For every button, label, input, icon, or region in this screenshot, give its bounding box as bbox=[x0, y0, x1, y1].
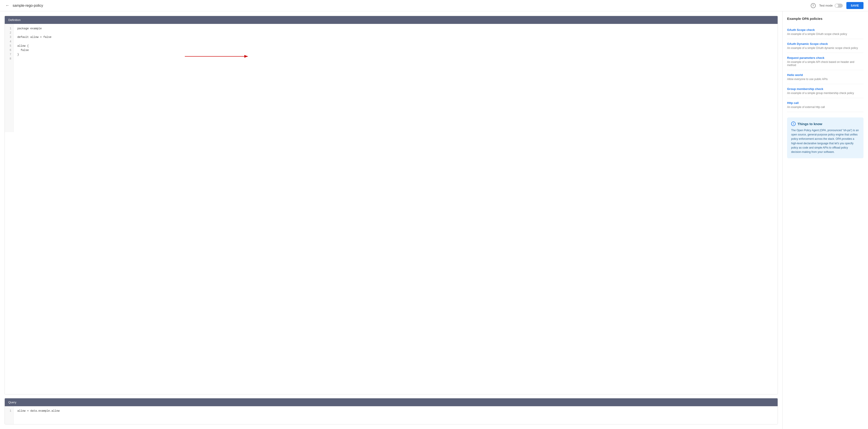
test-mode-label: Test mode bbox=[819, 4, 833, 7]
policy-item-oauth-dynamic[interactable]: OAuth Dynamic Scope check An example of … bbox=[787, 39, 864, 53]
test-mode-group: Test mode bbox=[819, 4, 843, 8]
top-bar-left: ← sample-rego-policy bbox=[4, 2, 43, 9]
sidebar-title: Example OPA policies bbox=[787, 17, 864, 21]
back-icon: ← bbox=[5, 3, 9, 8]
help-icon[interactable]: ? bbox=[811, 3, 816, 8]
policy-item-group-membership-title: Group membership check bbox=[787, 87, 864, 91]
policy-item-http-call[interactable]: Http call An example of external http ca… bbox=[787, 98, 864, 112]
policy-item-http-call-title: Http call bbox=[787, 101, 864, 104]
query-code-content[interactable]: allow = data.example.allow bbox=[14, 406, 778, 424]
definition-line-numbers: 1 2 3 4 5 6 7 8 bbox=[5, 24, 14, 132]
things-to-know-header: i Things to know bbox=[791, 122, 860, 126]
policy-item-group-membership-desc: An example of a simple group membership … bbox=[787, 92, 864, 95]
policy-item-hello-world-desc: Allow everyone to use public APIs bbox=[787, 78, 864, 81]
definition-panel-header: Definition bbox=[5, 16, 778, 24]
things-to-know-text: The Open Policy Agent (OPA, pronounced "… bbox=[791, 128, 860, 154]
policy-item-http-call-desc: An example of external http call bbox=[787, 105, 864, 109]
policy-item-oauth-scope-title: OAuth Scope check bbox=[787, 28, 864, 32]
query-panel-header: Query bbox=[5, 398, 778, 406]
policy-item-oauth-scope[interactable]: OAuth Scope check An example of a simple… bbox=[787, 25, 864, 39]
policy-item-group-membership[interactable]: Group membership check An example of a s… bbox=[787, 84, 864, 98]
top-bar: ← sample-rego-policy ? Test mode SAVE bbox=[0, 0, 868, 11]
policy-item-hello-world-title: Hello world bbox=[787, 73, 864, 76]
definition-panel: Definition 1 2 3 4 5 6 7 8 package examp… bbox=[4, 16, 778, 395]
definition-panel-body[interactable]: 1 2 3 4 5 6 7 8 package example default … bbox=[5, 24, 778, 132]
things-to-know-title: Things to know bbox=[798, 122, 822, 126]
definition-code-content[interactable]: package example default allow = false al… bbox=[14, 24, 778, 132]
policy-item-oauth-dynamic-desc: An example of a simple OAuth dynamic sco… bbox=[787, 47, 864, 50]
main-layout: Definition 1 2 3 4 5 6 7 8 package examp… bbox=[0, 11, 868, 429]
query-line-numbers: 1 bbox=[5, 406, 14, 424]
page-title: sample-rego-policy bbox=[12, 4, 43, 8]
policy-item-request-params-desc: An example of a simple API check based o… bbox=[787, 60, 864, 67]
info-circle-icon: i bbox=[791, 122, 796, 126]
policy-item-request-params-title: Request parameters check bbox=[787, 56, 864, 60]
editor-area: Definition 1 2 3 4 5 6 7 8 package examp… bbox=[0, 11, 782, 429]
query-panel: Query 1 allow = data.example.allow bbox=[4, 398, 778, 425]
right-sidebar: Example OPA policies OAuth Scope check A… bbox=[782, 11, 868, 429]
policy-item-request-params[interactable]: Request parameters check An example of a… bbox=[787, 53, 864, 70]
policy-item-hello-world[interactable]: Hello world Allow everyone to use public… bbox=[787, 70, 864, 84]
query-panel-body[interactable]: 1 allow = data.example.allow bbox=[5, 406, 778, 424]
policy-item-oauth-scope-desc: An example of a simple OAuth scope check… bbox=[787, 32, 864, 36]
policy-item-oauth-dynamic-title: OAuth Dynamic Scope check bbox=[787, 42, 864, 45]
things-to-know-box: i Things to know The Open Policy Agent (… bbox=[787, 118, 864, 158]
test-mode-toggle[interactable] bbox=[835, 4, 843, 8]
save-button[interactable]: SAVE bbox=[846, 2, 864, 9]
back-button[interactable]: ← bbox=[4, 2, 10, 9]
top-bar-right: ? Test mode SAVE bbox=[811, 2, 864, 9]
